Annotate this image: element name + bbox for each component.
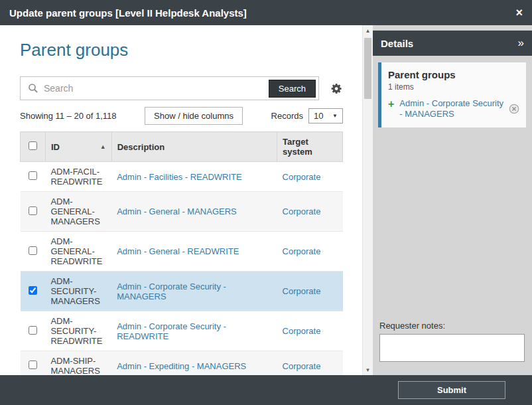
- row-id: ADM-GENERAL-MANAGERS: [45, 192, 111, 232]
- row-checkbox[interactable]: [29, 361, 37, 369]
- search-button[interactable]: Search: [269, 80, 316, 98]
- selected-group-label[interactable]: Admin - Corporate Security - MANAGERS: [399, 98, 505, 120]
- scrollbar-thumb[interactable]: [364, 38, 371, 99]
- chevron-down-icon: ▼: [332, 113, 338, 119]
- sort-ascending-icon: ▲: [100, 143, 106, 150]
- dialog-footer: Submit: [0, 375, 532, 405]
- row-description-link[interactable]: Admin - General - READWRITE: [117, 246, 239, 256]
- row-description-link[interactable]: Admin - Expediting - MANAGERS: [117, 361, 246, 371]
- submit-button[interactable]: Submit: [398, 381, 505, 399]
- close-icon[interactable]: ×: [515, 7, 523, 19]
- parent-groups-card: Parent groups 1 items + Admin - Corporat…: [378, 62, 526, 127]
- row-checkbox[interactable]: [29, 206, 37, 215]
- row-checkbox[interactable]: [29, 246, 37, 255]
- selected-group-item: + Admin - Corporate Security - MANAGERS: [388, 98, 519, 120]
- show-hide-columns-button[interactable]: Show / hide columns: [145, 107, 243, 125]
- row-target-system-link[interactable]: Corporate: [283, 172, 321, 182]
- table-body: ADM-FACIL-READWRITEAdmin - Facilities - …: [21, 162, 343, 376]
- details-header: Details »: [373, 31, 532, 56]
- table-row[interactable]: ADM-FACIL-READWRITEAdmin - Facilities - …: [21, 162, 343, 192]
- row-id: ADM-SECURITY-MANAGERS: [45, 272, 111, 311]
- row-checkbox[interactable]: [29, 286, 37, 295]
- showing-count: Showing 11 – 20 of 1,118: [20, 111, 117, 121]
- column-header-target-system[interactable]: Target system: [277, 132, 343, 162]
- records-label: Records: [271, 111, 303, 121]
- search-icon: [28, 83, 38, 94]
- vertical-scrollbar[interactable]: ▲ ▼: [362, 25, 373, 375]
- details-title: Details: [381, 38, 413, 49]
- collapse-chevron-icon[interactable]: »: [518, 37, 524, 50]
- row-target-system-link[interactable]: Corporate: [283, 326, 321, 336]
- table-row[interactable]: ADM-GENERAL-READWRITEAdmin - General - R…: [21, 232, 343, 272]
- search-input[interactable]: [44, 83, 269, 94]
- dialog-titlebar: Update parent groups [Level II Helpdesk …: [0, 0, 532, 25]
- card-title: Parent groups: [388, 69, 519, 80]
- scroll-up-arrow-icon[interactable]: ▲: [363, 25, 373, 36]
- table-row[interactable]: ADM-SHIP-MANAGERSAdmin - Expediting - MA…: [21, 351, 343, 376]
- requester-notes-label: Requester notes:: [379, 321, 525, 331]
- plus-icon: +: [388, 98, 394, 110]
- requester-notes-input[interactable]: [379, 334, 525, 362]
- page-title: Parent groups: [20, 40, 343, 60]
- records-select[interactable]: 10 ▼: [308, 108, 343, 123]
- row-id: ADM-SHIP-MANAGERS: [45, 351, 111, 376]
- parent-groups-table: ID ▲ Description Target system ADM-FACIL…: [20, 131, 343, 375]
- row-checkbox[interactable]: [29, 171, 37, 180]
- main-panel: Parent groups Search Showing 11 – 20 of …: [0, 25, 362, 375]
- row-target-system-link[interactable]: Corporate: [283, 246, 321, 256]
- row-description-link[interactable]: Admin - General - MANAGERS: [117, 206, 237, 216]
- records-value: 10: [314, 111, 323, 121]
- column-header-description[interactable]: Description: [111, 132, 277, 162]
- details-sidebar: Details » Parent groups 1 items + Admin …: [373, 25, 532, 375]
- row-description-link[interactable]: Admin - Corporate Security - MANAGERS: [117, 282, 226, 301]
- row-id: ADM-SECURITY-READWRITE: [45, 311, 111, 351]
- update-parent-groups-dialog: Update parent groups [Level II Helpdesk …: [0, 0, 532, 405]
- row-target-system-link[interactable]: Corporate: [283, 286, 321, 296]
- row-description-link[interactable]: Admin - Corporate Security - READWRITE: [117, 321, 226, 341]
- card-item-count: 1 items: [388, 82, 519, 92]
- table-row[interactable]: ADM-SECURITY-MANAGERSAdmin - Corporate S…: [21, 272, 343, 311]
- row-description-link[interactable]: Admin - Facilities - READWRITE: [117, 172, 242, 182]
- gear-icon[interactable]: [330, 82, 343, 95]
- search-box: Search: [20, 76, 319, 100]
- requester-notes-section: Requester notes:: [379, 321, 525, 364]
- row-target-system-link[interactable]: Corporate: [283, 361, 321, 371]
- row-target-system-link[interactable]: Corporate: [283, 206, 321, 216]
- row-checkbox[interactable]: [29, 326, 37, 335]
- row-id: ADM-GENERAL-READWRITE: [45, 232, 111, 272]
- dialog-title: Update parent groups [Level II Helpdesk …: [9, 7, 247, 19]
- column-header-id[interactable]: ID ▲: [45, 132, 111, 162]
- table-header-row: ID ▲ Description Target system: [21, 132, 343, 162]
- scroll-down-arrow-icon[interactable]: ▼: [363, 364, 373, 375]
- row-id: ADM-FACIL-READWRITE: [45, 162, 111, 192]
- remove-icon[interactable]: [509, 104, 519, 114]
- select-all-checkbox[interactable]: [29, 141, 37, 150]
- table-row[interactable]: ADM-GENERAL-MANAGERSAdmin - General - MA…: [21, 192, 343, 232]
- table-row[interactable]: ADM-SECURITY-READWRITEAdmin - Corporate …: [21, 311, 343, 351]
